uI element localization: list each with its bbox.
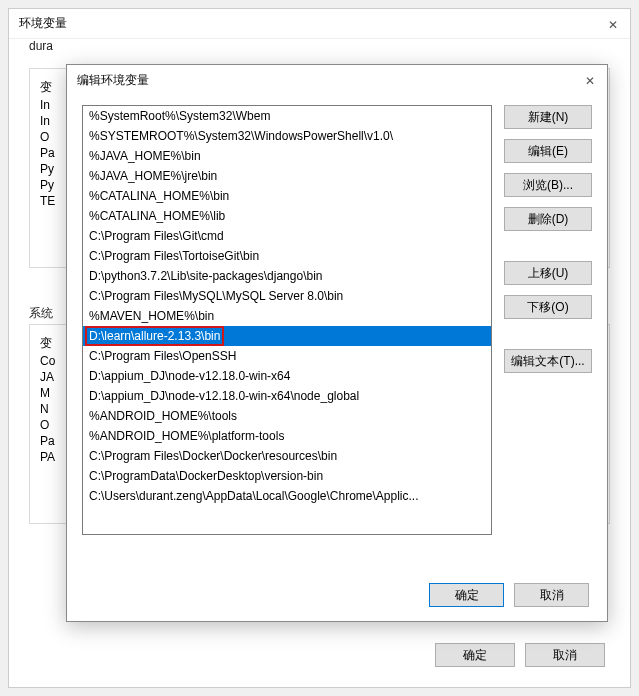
user-vars-label: dura (29, 39, 53, 53)
inner-cancel-button[interactable]: 取消 (514, 583, 589, 607)
sys-vars-label: 系统 (29, 305, 53, 322)
inner-button-row: 确定 取消 (429, 583, 589, 607)
path-list-item[interactable]: C:\Users\durant.zeng\AppData\Local\Googl… (83, 486, 491, 506)
path-listbox[interactable]: %SystemRoot%\System32\Wbem%SYSTEMROOT%\S… (82, 105, 492, 535)
spacer (504, 329, 592, 349)
side-button-column: 新建(N) 编辑(E) 浏览(B)... 删除(D) 上移(U) 下移(O) 编… (504, 105, 592, 535)
path-list-item[interactable]: %ANDROID_HOME%\tools (83, 406, 491, 426)
new-button[interactable]: 新建(N) (504, 105, 592, 129)
path-list-item[interactable]: %ANDROID_HOME%\platform-tools (83, 426, 491, 446)
path-list-item[interactable]: %JAVA_HOME%\bin (83, 146, 491, 166)
move-up-button[interactable]: 上移(U) (504, 261, 592, 285)
close-icon[interactable] (585, 74, 597, 86)
outer-cancel-button[interactable]: 取消 (525, 643, 605, 667)
path-list-item[interactable]: D:\appium_DJ\node-v12.18.0-win-x64 (83, 366, 491, 386)
outer-ok-button[interactable]: 确定 (435, 643, 515, 667)
edit-env-var-dialog: 编辑环境变量 %SystemRoot%\System32\Wbem%SYSTEM… (66, 64, 608, 622)
inner-body: %SystemRoot%\System32\Wbem%SYSTEMROOT%\S… (67, 95, 607, 550)
outer-title: 环境变量 (19, 15, 67, 32)
path-list-item[interactable]: %CATALINA_HOME%\lib (83, 206, 491, 226)
inner-ok-button[interactable]: 确定 (429, 583, 504, 607)
delete-button[interactable]: 删除(D) (504, 207, 592, 231)
path-list-item[interactable]: C:\Program Files\TortoiseGit\bin (83, 246, 491, 266)
path-list-item[interactable]: D:\appium_DJ\node-v12.18.0-win-x64\node_… (83, 386, 491, 406)
inner-title: 编辑环境变量 (77, 72, 149, 89)
path-list-item[interactable]: %SystemRoot%\System32\Wbem (83, 106, 491, 126)
path-list-item[interactable]: %MAVEN_HOME%\bin (83, 306, 491, 326)
move-down-button[interactable]: 下移(O) (504, 295, 592, 319)
path-list-item[interactable]: %JAVA_HOME%\jre\bin (83, 166, 491, 186)
path-list-item[interactable]: C:\Program Files\OpenSSH (83, 346, 491, 366)
outer-titlebar: 环境变量 (9, 9, 630, 39)
inner-titlebar: 编辑环境变量 (67, 65, 607, 95)
edit-button[interactable]: 编辑(E) (504, 139, 592, 163)
path-list-item[interactable]: %SYSTEMROOT%\System32\WindowsPowerShell\… (83, 126, 491, 146)
path-list-item[interactable]: %CATALINA_HOME%\bin (83, 186, 491, 206)
outer-button-row: 确定 取消 (435, 643, 605, 667)
path-list-item[interactable]: C:\ProgramData\DockerDesktop\version-bin (83, 466, 491, 486)
path-list-item[interactable]: C:\Program Files\Git\cmd (83, 226, 491, 246)
browse-button[interactable]: 浏览(B)... (504, 173, 592, 197)
path-list-item[interactable]: D:\learn\allure-2.13.3\bin (83, 326, 491, 346)
spacer (504, 241, 592, 261)
highlight-annotation: D:\learn\allure-2.13.3\bin (85, 326, 224, 346)
path-list-item[interactable]: D:\python3.7.2\Lib\site-packages\django\… (83, 266, 491, 286)
path-list-item[interactable]: C:\Program Files\Docker\Docker\resources… (83, 446, 491, 466)
path-list-item[interactable]: C:\Program Files\MySQL\MySQL Server 8.0\… (83, 286, 491, 306)
close-icon[interactable] (608, 18, 620, 30)
edit-text-button[interactable]: 编辑文本(T)... (504, 349, 592, 373)
